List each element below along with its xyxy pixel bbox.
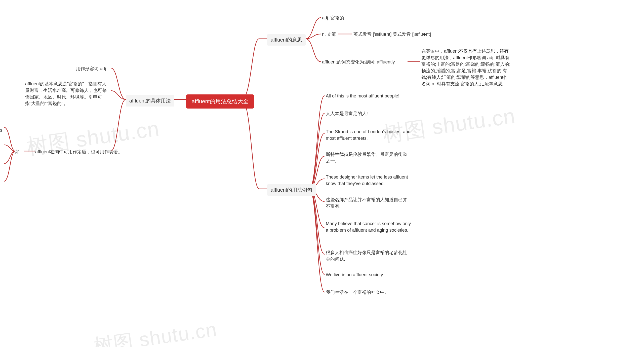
example-9: 我们生活在一个富裕的社会中. bbox=[326, 289, 411, 296]
meaning-item-2-extra: 在英语中，affluent不仅具有上述意思，还有更详尽的用法，affluent作… bbox=[421, 48, 512, 87]
left-example-3: 这些名牌产品让并不富裕的人知道自己并不富有. bbox=[0, 178, 3, 191]
branch-examples[interactable]: affluent的用法例句 bbox=[267, 184, 316, 196]
example-0: All of this is the most affluent people! bbox=[326, 93, 411, 99]
example-4: These designer items let the less afflue… bbox=[326, 174, 411, 187]
left-item-0: 用作形容词 adj. bbox=[76, 65, 107, 72]
meaning-item-1-extra: 英式发音 ['æfluənt] 美式发音 ['æfluənt] bbox=[353, 31, 431, 38]
meaning-item-1: n. 支流 bbox=[322, 31, 336, 38]
meaning-item-0: adj. 富裕的 bbox=[322, 15, 344, 21]
left-example-2: These designer items let the less afflue… bbox=[0, 160, 3, 173]
example-2: The Strand is one of London's busiest an… bbox=[326, 128, 411, 142]
branch-meaning[interactable]: affluent的意思 bbox=[267, 34, 306, 46]
left-example-0: A study found GPs perceived affluent pat… bbox=[0, 120, 3, 140]
example-7: 很多人相信癌症好像只是富裕的老龄化社会的问题. bbox=[326, 249, 411, 262]
example-5: 这些名牌产品让并不富裕的人知道自己并不富有. bbox=[326, 196, 411, 210]
left-item-2-prefix: 如： bbox=[15, 149, 24, 155]
left-item-2: affluent在句中可用作定语，也可用作表语。 bbox=[35, 149, 123, 155]
example-6: Many believe that cancer is somehow only… bbox=[326, 220, 411, 233]
example-8: We live in an affluent society. bbox=[326, 271, 411, 278]
left-example-1: 一份研究发现,医师认为富裕的病患比贫穷的病患具有吸引力. bbox=[0, 142, 3, 155]
meaning-item-2: affluent的词态变化为:副词: affluently bbox=[322, 59, 395, 65]
branch-usage[interactable]: affluent的具体用法 bbox=[126, 95, 174, 107]
example-3: 斯特兰德街是伦敦最繁华、最富足的街道之一。 bbox=[326, 151, 411, 164]
example-1: 人人本是最富足的人! bbox=[326, 110, 411, 117]
root-node[interactable]: affluent的用法总结大全 bbox=[186, 94, 254, 109]
connector-layer bbox=[0, 0, 644, 347]
left-item-1: affluent的基本意思是"富裕的"，指拥有大量财富，生活水准高。可修饰人，也… bbox=[25, 81, 111, 107]
